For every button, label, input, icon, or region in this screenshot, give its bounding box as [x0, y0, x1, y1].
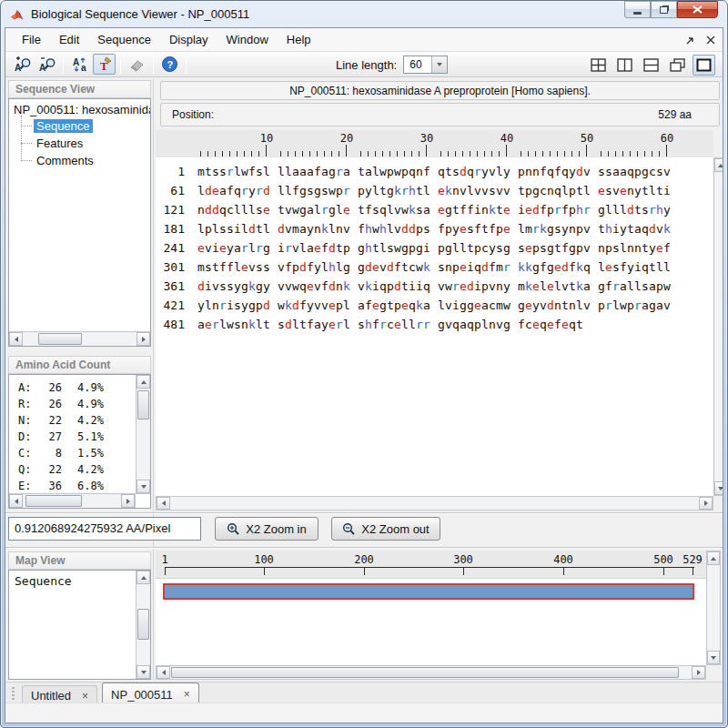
sequence-group[interactable]: lviggeacmw	[438, 297, 511, 315]
layout-rows-button[interactable]	[640, 55, 662, 76]
scroll-down-button[interactable]	[707, 651, 720, 664]
sequence-group[interactable]: divssygkgy	[197, 278, 270, 296]
tabbar-grip-handle[interactable]	[12, 687, 15, 700]
sequence-group[interactable]: shfrcellrr	[358, 316, 430, 334]
sequence-group[interactable]: mkelelvtka	[518, 278, 591, 296]
sequence-v-scrollbar[interactable]	[713, 157, 723, 496]
layout-columns-button[interactable]	[613, 55, 636, 76]
sequence-group[interactable]: sdltfayerl	[278, 316, 350, 334]
menu-edit[interactable]: Edit	[50, 29, 88, 50]
scroll-down-button[interactable]	[136, 480, 150, 493]
scroll-down-button[interactable]	[136, 665, 150, 679]
line-length-dropdown[interactable]: 60	[403, 56, 448, 74]
scroll-up-button[interactable]	[714, 158, 723, 172]
sequence-group[interactable]: vkiqpdtiiq	[358, 278, 430, 296]
scroll-left-button[interactable]	[157, 497, 170, 510]
tree-item-features[interactable]: Features	[21, 135, 150, 152]
scroll-up-button[interactable]	[136, 375, 150, 389]
sequence-group[interactable]: evieyarlrg	[197, 239, 270, 258]
map-h-scrollbar[interactable]	[156, 665, 706, 680]
zoom-in-font-button[interactable]: A	[11, 54, 34, 75]
map-list-item-sequence[interactable]: Sequence	[15, 574, 72, 588]
scroll-right-button[interactable]	[692, 666, 705, 679]
sequence-group[interactable]: kkgfgedfkq	[518, 258, 591, 277]
sequence-group[interactable]: iedfprfphr	[518, 201, 591, 219]
sequence-group[interactable]: tpgcnqlptl	[518, 182, 591, 200]
layout-grid-button[interactable]	[587, 55, 610, 76]
map-list-v-scrollbar[interactable]	[136, 571, 150, 679]
sequence-group[interactable]: tfsqlvwksa	[358, 201, 430, 219]
scroll-thumb[interactable]	[38, 333, 82, 345]
sequence-group[interactable]: wkdfyvvepl	[278, 297, 350, 315]
scroll-right-button[interactable]	[121, 494, 135, 508]
zoom-out-x2-button[interactable]: X2 Zoom out	[331, 517, 440, 541]
scroll-right-button[interactable]	[699, 497, 713, 510]
menu-sequence[interactable]: Sequence	[88, 29, 160, 50]
menu-display[interactable]: Display	[160, 29, 217, 50]
sequence-group[interactable]: fceqefeqt	[518, 316, 583, 334]
tree-item-comments[interactable]: Comments	[21, 152, 150, 169]
sequence-group[interactable]: lplssildtl	[197, 220, 270, 238]
sequence-group[interactable]: irvlaefdtp	[278, 239, 350, 258]
eraser-button[interactable]	[126, 54, 148, 75]
layout-single-button[interactable]	[693, 55, 715, 76]
restore-button[interactable]	[651, 1, 677, 18]
scroll-right-button[interactable]	[136, 332, 150, 346]
map-canvas[interactable]	[156, 578, 706, 665]
format-color-button[interactable]: T	[93, 54, 116, 75]
scroll-left-button[interactable]	[9, 332, 23, 346]
sequence-group[interactable]: pglltpcysg	[438, 239, 511, 258]
sequence-h-scrollbar[interactable]	[156, 496, 713, 511]
zoom-out-font-button[interactable]: A	[35, 54, 58, 75]
sequence-group[interactable]: esvenytlti	[598, 182, 671, 200]
scroll-thumb[interactable]	[171, 667, 679, 678]
menu-file[interactable]: File	[13, 29, 50, 50]
panel-splitter[interactable]	[153, 79, 154, 680]
menu-window[interactable]: Window	[217, 29, 278, 50]
sequence-group[interactable]: thiytaqdvk	[598, 220, 671, 238]
sequence-group[interactable]: vfpdfylhlg	[278, 258, 350, 277]
scroll-up-button[interactable]	[136, 571, 150, 584]
sequence-group[interactable]: qtsdqryvly	[438, 163, 511, 181]
sequence-group[interactable]: lesfyiqtll	[598, 258, 671, 277]
zoom-in-x2-button[interactable]: X2 Zoom in	[215, 517, 318, 541]
sequence-group[interactable]: gfrallsapw	[598, 278, 671, 296]
sequence-group[interactable]: geyvdntnlv	[518, 297, 591, 315]
sequence-group[interactable]: mtssrlwfsl	[197, 163, 270, 181]
sequence-group[interactable]: gvqaqplnvg	[438, 316, 511, 334]
sequence-group[interactable]: sepsgtfgpv	[518, 239, 591, 258]
scroll-left-button[interactable]	[157, 666, 170, 679]
close-panel-icon[interactable]	[706, 35, 715, 45]
layout-cascade-button[interactable]	[666, 55, 689, 76]
sequence-group[interactable]: pyltgkrhtl	[358, 182, 430, 200]
dropdown-arrow-button[interactable]	[431, 56, 447, 73]
scroll-thumb[interactable]	[25, 495, 82, 507]
sequence-group[interactable]: ssaaqpgcsv	[598, 163, 671, 181]
aa-h-scrollbar[interactable]	[9, 493, 136, 508]
map-v-scrollbar[interactable]	[706, 551, 721, 665]
sequence-group[interactable]: talwpwpqnf	[358, 163, 430, 181]
sequence-group[interactable]: prlwpragav	[598, 297, 671, 315]
sequence-group[interactable]: mstfflevss	[197, 258, 270, 277]
sequence-group[interactable]: ghtlswgpgi	[358, 239, 430, 258]
minimize-button[interactable]	[624, 1, 651, 18]
tree-h-scrollbar[interactable]	[9, 331, 150, 346]
sequence-group[interactable]: ldeafqryrd	[197, 182, 270, 200]
close-button[interactable]	[677, 1, 718, 18]
menu-help[interactable]: Help	[278, 29, 320, 50]
sequence-group[interactable]: npslnntyef	[598, 239, 671, 258]
sequence-group[interactable]: tvwgalrgle	[278, 201, 350, 219]
tree-item-sequence[interactable]: Sequence	[21, 117, 150, 135]
sequence-group[interactable]: vvwqevfdnk	[278, 278, 350, 296]
scroll-left-button[interactable]	[9, 494, 23, 508]
sequence-group[interactable]: aerlwsnklt	[197, 316, 270, 334]
sequence-group[interactable]: lmrkgsynpv	[518, 220, 591, 238]
sequence-group[interactable]: pnnfqfqydv	[518, 163, 591, 181]
sequence-group[interactable]: gllldtsrhy	[598, 201, 671, 219]
sequence-group[interactable]: snpeiqdfmr	[438, 258, 511, 277]
sequence-group[interactable]: vwredipvny	[438, 278, 511, 296]
scale-input[interactable]: 0.912068924275932 AA/Pixel	[8, 517, 201, 541]
sequence-group[interactable]: fhwhlvddps	[358, 220, 430, 238]
letter-case-button[interactable]: A a	[68, 54, 91, 75]
help-button[interactable]: ?	[158, 54, 181, 75]
